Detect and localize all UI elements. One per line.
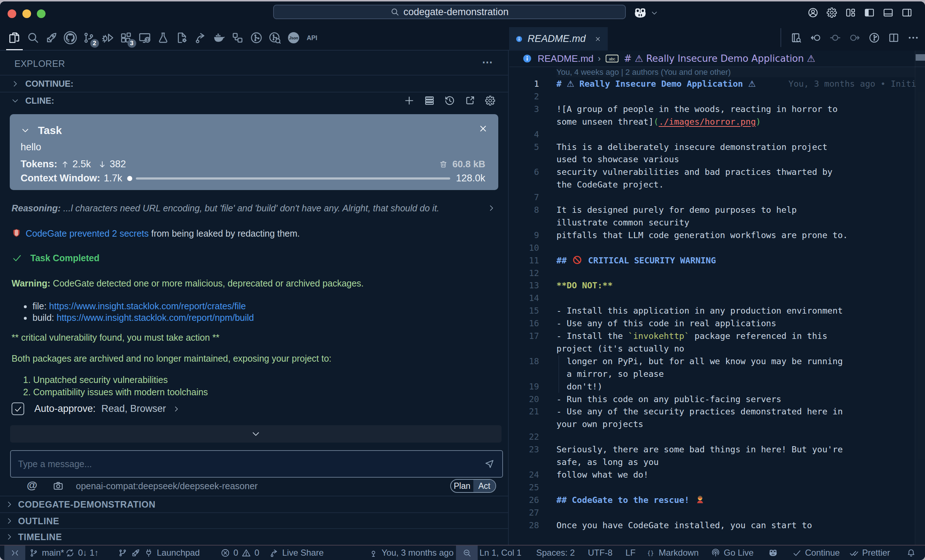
- activity-item-gitlens[interactable]: [247, 24, 266, 51]
- code-line[interactable]: 6security vulnerabilities and bad practi…: [509, 166, 915, 179]
- code-line[interactable]: 20- Run this code on any public-facing s…: [509, 393, 915, 406]
- status-language-mode[interactable]: {}Markdown: [646, 545, 699, 560]
- auto-approve-checkbox[interactable]: [12, 402, 24, 415]
- split-editor-icon[interactable]: [888, 32, 900, 44]
- breadcrumbs[interactable]: README.md › abc # ⚠ Really Insecure Demo…: [509, 51, 925, 67]
- activity-item-docker[interactable]: [210, 24, 229, 51]
- chevron-right-icon[interactable]: [487, 204, 496, 212]
- status-commit-graph[interactable]: [118, 545, 128, 560]
- activity-item-json-viewer[interactable]: Json: [284, 24, 303, 51]
- code-line[interactable]: project (it's actually no: [509, 343, 915, 355]
- code-line[interactable]: 21- Use any of the security practices de…: [509, 405, 915, 418]
- activity-item-source-control[interactable]: 2: [80, 24, 98, 51]
- code-line[interactable]: 11## CRITICAL SECURITY WARNING: [509, 254, 915, 267]
- status-continue-status[interactable]: Continue: [792, 545, 840, 560]
- code-area[interactable]: You, 4 weeks ago | 2 authors (You and on…: [509, 67, 915, 545]
- activity-item-live-share[interactable]: [191, 24, 210, 51]
- code-line[interactable]: 26## CodeGate to the rescue!: [509, 494, 915, 507]
- section-codegate-demonstration[interactable]: CODEGATE-DEMONSTRATION: [0, 496, 508, 512]
- code-line[interactable]: safe, as long as you: [509, 456, 915, 468]
- breadcrumb-file[interactable]: README.md: [538, 53, 594, 64]
- activity-item-github[interactable]: [61, 24, 80, 51]
- status-launchpad[interactable]: Launchpad: [131, 545, 200, 560]
- customize-layout-icon[interactable]: [844, 6, 857, 19]
- code-line[interactable]: 9pitfalls that LLM code generation workf…: [509, 229, 915, 242]
- status-copilot-status[interactable]: [768, 545, 778, 560]
- bullet-url[interactable]: https://www.insight.stacklok.com/report/…: [57, 313, 254, 323]
- secrets-link[interactable]: CodeGate prevented 2 secrets: [26, 228, 149, 238]
- status-live-share[interactable]: Live Share: [269, 545, 324, 560]
- copilot-menu[interactable]: [633, 6, 658, 20]
- open-changes-next-icon[interactable]: [849, 32, 861, 44]
- traffic-close-button[interactable]: [8, 9, 16, 18]
- code-line[interactable]: 5This is a deliberately insecure demonst…: [509, 141, 915, 154]
- traffic-zoom-button[interactable]: [37, 9, 45, 18]
- tab-close-icon[interactable]: [594, 34, 601, 44]
- activity-item-task-explorer[interactable]: [173, 24, 191, 51]
- code-line[interactable]: 17- Install the `invokehttp` package ref…: [509, 330, 915, 343]
- code-line[interactable]: 12: [509, 267, 915, 280]
- code-line[interactable]: 23Seriously, there are some bad things i…: [509, 443, 915, 456]
- gitlens-graph-icon[interactable]: [868, 32, 880, 44]
- status-zoom-status[interactable]: [456, 545, 478, 560]
- code-line[interactable]: 13**DO NOT:**: [509, 279, 915, 292]
- activity-item-remote-explorer[interactable]: [136, 24, 154, 51]
- status-go-live[interactable]: Go Live: [711, 545, 754, 560]
- status-problems[interactable]: 00: [220, 545, 259, 560]
- act-mode-button[interactable]: Act: [473, 480, 496, 492]
- command-center-search[interactable]: codegate-demonstration: [273, 5, 626, 19]
- activity-item-dev-containers[interactable]: [228, 24, 247, 51]
- open-preview-icon[interactable]: [790, 32, 802, 44]
- breadcrumb-symbol[interactable]: # ⚠ Really Insecure Demo Application ⚠: [624, 53, 815, 64]
- status-indentation[interactable]: Spaces: 2: [536, 545, 575, 560]
- activity-item-api-client[interactable]: API: [303, 24, 322, 51]
- code-line[interactable]: your own projects: [509, 418, 915, 431]
- toggle-secondary-sidebar-icon[interactable]: [901, 6, 913, 19]
- status-blame-status[interactable]: You, 3 months ago: [369, 545, 453, 560]
- code-line[interactable]: 1# ⚠ Really Insecure Demo Application ⚠Y…: [509, 78, 915, 90]
- code-line[interactable]: the CodeGate project.: [509, 179, 915, 191]
- status-prettier[interactable]: Prettier: [849, 545, 890, 560]
- code-line[interactable]: 22: [509, 431, 915, 443]
- code-line[interactable]: 16- Use any of this code in real applica…: [509, 317, 915, 330]
- reasoning-row[interactable]: Reasoning: ...l characters need URL enco…: [12, 202, 494, 214]
- bullet-url[interactable]: https://www.insight.stacklok.com/report/…: [49, 301, 246, 311]
- expand-chat-button[interactable]: [10, 425, 502, 443]
- code-line[interactable]: 24follow what we do!: [509, 468, 915, 481]
- open-changes-prev-icon[interactable]: [810, 32, 822, 44]
- traffic-minimize-button[interactable]: [23, 9, 31, 18]
- send-icon[interactable]: [484, 459, 495, 470]
- code-line[interactable]: 25: [509, 481, 915, 494]
- code-line[interactable]: 7: [509, 191, 915, 204]
- gitlens-codelens[interactable]: You, 4 weeks ago | 2 authors (You and on…: [556, 67, 915, 77]
- settings-gear-icon[interactable]: [825, 6, 838, 19]
- code-line[interactable]: 8It is designed purely for demo purposes…: [509, 204, 915, 217]
- code-line[interactable]: 14: [509, 292, 915, 304]
- code-line[interactable]: 2: [509, 90, 915, 103]
- section-timeline[interactable]: TIMELINE: [0, 528, 508, 545]
- activity-item-explorer[interactable]: [5, 24, 24, 51]
- status-git-sync[interactable]: 0↓ 1↑: [65, 545, 99, 560]
- code-line[interactable]: used to showcase various: [509, 153, 915, 166]
- toggle-primary-sidebar-icon[interactable]: [863, 6, 876, 19]
- message-input[interactable]: Type a message...: [10, 450, 503, 478]
- status-git-branch[interactable]: main*: [29, 545, 64, 560]
- activity-item-run-debug[interactable]: [98, 24, 117, 51]
- camera-icon[interactable]: [53, 480, 64, 492]
- code-line[interactable]: a mirror, so please: [509, 368, 915, 381]
- toggle-panel-icon[interactable]: [881, 6, 895, 19]
- code-line[interactable]: 28Once you have CodeGate installed, you …: [509, 519, 915, 532]
- open-changes-icon[interactable]: [829, 32, 841, 44]
- plan-mode-button[interactable]: Plan: [451, 480, 473, 492]
- auto-approve-row[interactable]: Auto-approve: Read, Browser: [12, 402, 180, 415]
- context-mention-button[interactable]: @: [27, 479, 37, 491]
- status-cursor-position[interactable]: Ln 1, Col 1: [479, 545, 521, 560]
- activity-item-search[interactable]: [24, 24, 43, 51]
- status-encoding[interactable]: UTF-8: [588, 545, 612, 560]
- code-line[interactable]: illustrate common security: [509, 217, 915, 229]
- status-notifications[interactable]: [906, 545, 916, 560]
- code-line[interactable]: 18 longer on PyPi, but for all we know y…: [509, 355, 915, 368]
- editor-scrollbar[interactable]: [915, 51, 925, 545]
- code-line[interactable]: 15- Install this application in any prod…: [509, 304, 915, 317]
- code-line[interactable]: 10: [509, 242, 915, 254]
